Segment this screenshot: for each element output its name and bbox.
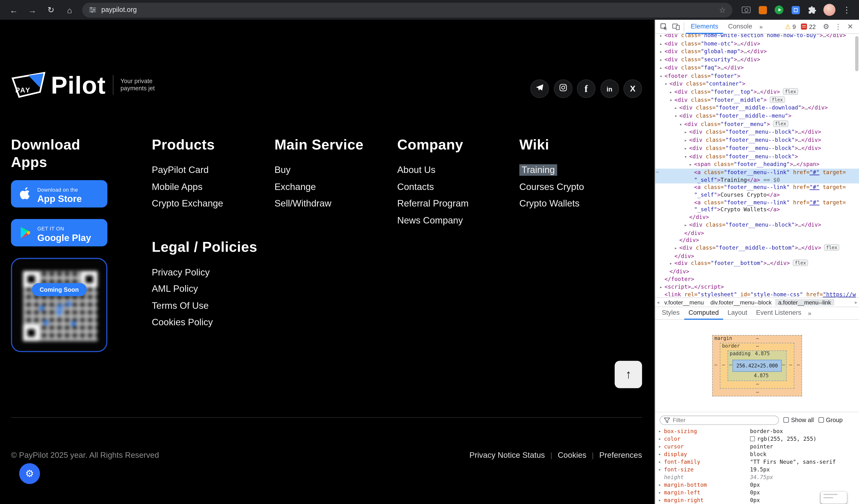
computed-property[interactable]: ▸margin-bottom0px [655,481,859,488]
devtools-dom-node[interactable]: ▸<div class="footer__menu--block">…</div… [655,144,859,153]
footer-link-terms-of-use[interactable]: Terms Of Use [152,297,257,314]
computed-property[interactable]: height34.75px [655,473,859,481]
dom-breadcrumb[interactable]: div.footer__menu--block [707,299,775,305]
devtools-settings-icon[interactable]: ⚙ [820,20,832,33]
computed-property[interactable]: ▸colorrgb(255, 255, 255) [655,435,859,442]
devtools-dom-node[interactable]: ▸<span class="footer__heading">…</span> [655,161,859,169]
filter-input-box[interactable] [660,415,779,425]
devtools-dom-node[interactable]: "_self">Crypto Wallets</a> [655,206,859,213]
url-text[interactable]: paypilot.org [101,6,714,14]
more-subtabs-icon[interactable]: » [806,310,813,317]
green-extension-icon[interactable] [773,4,784,15]
computed-property[interactable]: ▸box-sizingborder-box [655,427,859,435]
devtools-dom-node[interactable]: ▾<div class="footer__middle--menu"> [655,112,859,121]
devtools-dom-node[interactable]: <a class="footer__menu--link" href="#" t… [655,169,859,176]
extensions-puzzle-icon[interactable] [807,4,817,15]
devtools-dom-node[interactable]: ▸<div class="home-otc">…</div> [655,40,859,48]
devtools-subtab-styles[interactable]: Styles [658,307,684,320]
computed-property[interactable]: ▸font-family"TT Firs Neue", sans-serif [655,458,859,465]
address-bar[interactable]: paypilot.org ☆ [82,2,733,17]
devtools-dom-node[interactable]: ▸<div class="footer__menu--block">…</div… [655,221,859,229]
bookmark-star-icon[interactable]: ☆ [719,5,726,14]
device-toolbar-icon[interactable] [670,20,682,33]
x-social-link[interactable]: X [623,79,642,98]
devtools-dom-node[interactable]: <link rel="stylesheet" id="style-home-cs… [655,291,859,297]
devtools-dom-node[interactable]: ▸<script>…</script> [655,283,859,291]
footer-link-privacy-policy[interactable]: Privacy Policy [152,264,257,281]
google-play-button[interactable]: GET IT ONGoogle Play [11,219,107,246]
filter-input[interactable] [673,416,774,423]
blue-extension-icon[interactable] [790,4,801,15]
computed-property[interactable]: ▸displayblock [655,450,859,458]
telegram-social-link[interactable] [530,79,549,98]
devtools-dom-node[interactable]: </div> [655,214,859,221]
dom-breadcrumb[interactable]: v.footer__menu [661,299,707,305]
crumb-scroll-left-icon[interactable]: ◂ [655,300,661,305]
footer-link-courses-crypto[interactable]: Courses Crypto [519,179,584,196]
dom-breadcrumb[interactable]: a.footer__menu--link [775,299,834,305]
devtools-dom-node[interactable]: <a class="footer__menu--link" href="#" t… [655,199,859,206]
box-model-diagram[interactable]: margin – border – padding 4.875 256.422×… [712,335,802,396]
crumb-scroll-right-icon[interactable]: ▸ [853,300,859,305]
site-settings-icon[interactable] [89,6,96,14]
footer-link-exchange[interactable]: Exchange [274,179,364,196]
devtools-subtab-event-listeners[interactable]: Event Listeners [752,307,806,320]
facebook-social-link[interactable]: f [577,79,596,98]
instagram-social-link[interactable] [554,79,572,98]
computed-property[interactable]: ▸cursorpointer [655,442,859,450]
app-store-button[interactable]: Download on theApp Store [11,180,107,208]
devtools-dom-node[interactable]: ▸<div class="faq">…</div> [655,64,859,72]
forward-icon[interactable]: → [25,3,39,17]
scroll-to-top-button[interactable]: ↑ [615,361,642,388]
warnings-badge[interactable]: ⚠9 [785,23,796,30]
footer-link-buy[interactable]: Buy [274,162,364,179]
devtools-dom-node[interactable]: ▾<footer class="footer"> [655,72,859,80]
browser-menu-icon[interactable]: ⋮ [842,5,850,15]
devtools-dom-node[interactable]: ▸<div class="footer__middle--download">…… [655,104,859,112]
devtools-dom-node[interactable]: <a class="footer__menu--link" href="#" t… [655,184,859,191]
footer-link-sell-withdraw[interactable]: Sell/Withdraw [274,196,364,212]
bottom-link-preferences[interactable]: Preferences [599,450,642,459]
devtools-dom-node[interactable]: </div> [655,268,859,275]
footer-link-crypto-exchange[interactable]: Crypto Exchange [152,196,257,212]
devtools-dom-node[interactable]: ▾<div class="container"> [655,80,859,88]
devtools-dom-node[interactable]: "_self">Training</a> == $0 [655,176,859,183]
tab-elements[interactable]: Elements [686,20,723,33]
home-icon[interactable]: ⌂ [63,3,77,17]
orange-extension-icon[interactable] [757,4,768,15]
show-all-checkbox[interactable]: Show all [784,416,814,423]
bottom-link-privacy-notice-status[interactable]: Privacy Notice Status [469,450,545,459]
devtools-dom-node[interactable]: ▾<div class="footer__menu">flex [655,120,859,128]
footer-link-aml-policy[interactable]: AML Policy [152,281,257,298]
issues-badge[interactable]: 22 [801,23,816,30]
footer-link-training[interactable]: Training [519,162,584,179]
devtools-dom-node[interactable]: ▸<div class="global-map">…</div> [655,48,859,56]
footer-link-news-company[interactable]: News Company [397,212,469,229]
inspect-element-icon[interactable] [658,20,670,33]
devtools-dom-node[interactable]: ▾<div class="footer__menu--block"> [655,153,859,161]
group-checkbox[interactable]: Group [818,416,843,423]
cookie-settings-button[interactable]: ⚙ [19,463,40,484]
tab-console[interactable]: Console [723,20,757,33]
computed-property[interactable]: ▸font-size19.5px [655,465,859,473]
box-model-content[interactable]: 256.422×25.000 [733,360,782,372]
devtools-dom-node[interactable]: ▸<div class="home-white-section home-how… [655,34,859,40]
devtools-dom-node[interactable]: </div> [655,229,859,237]
devtools-dom-node[interactable]: ▾<div class="footer__middle">flex [655,96,859,104]
linkedin-social-link[interactable]: in [600,79,619,98]
screenshot-extension-icon[interactable] [741,4,752,15]
devtools-menu-icon[interactable]: ⋮ [832,20,844,33]
refresh-icon[interactable]: ↻ [44,3,58,17]
devtools-dom-node[interactable]: ▸<div class="footer__middle--bottom">…</… [655,244,859,252]
devtools-dom-node[interactable]: "_self">Courses Crypto</a> [655,191,859,199]
devtools-close-icon[interactable]: ✕ [844,20,856,33]
paypilot-logo[interactable]: PAY Pilot Your private payments jet [11,71,160,98]
bottom-link-cookies[interactable]: Cookies [558,450,587,459]
more-tabs-icon[interactable]: » [757,23,765,30]
devtools-dom-node[interactable]: </div> [655,252,859,260]
footer-link-mobile-apps[interactable]: Mobile Apps [152,179,257,196]
profile-avatar[interactable] [823,4,835,16]
devtools-dom-node[interactable]: ▸<div class="footer__menu--block">…</div… [655,136,859,144]
devtools-dom-node[interactable]: ▸<div class="footer__bottom">…</div>flex [655,260,859,268]
footer-link-about-us[interactable]: About Us [397,162,469,179]
